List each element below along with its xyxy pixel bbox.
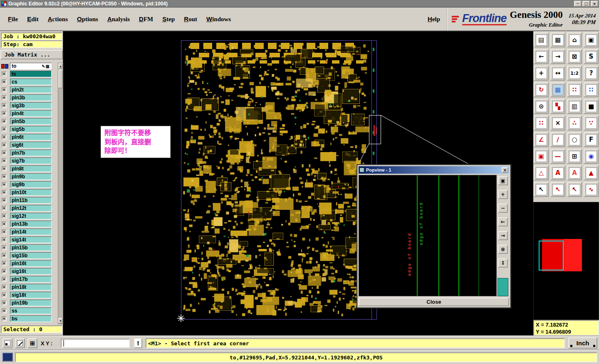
- layer-row-pln10t[interactable]: pln10t: [1, 189, 57, 196]
- layer-row-pln11b[interactable]: pln11b: [1, 197, 57, 204]
- fit-view-button[interactable]: ▣: [498, 176, 508, 185]
- layer-visibility-checkbox[interactable]: [2, 285, 7, 290]
- menu-item-rout[interactable]: Rout: [184, 15, 197, 23]
- layer-visibility-checkbox[interactable]: [2, 127, 7, 132]
- screen-refresh-button[interactable]: ▦: [550, 32, 565, 47]
- layer-label-pln3b[interactable]: pln3b: [10, 94, 52, 101]
- job-matrix-button[interactable]: Job Matrix ...: [0, 50, 63, 59]
- layer-row-pln8t[interactable]: pln8t: [1, 165, 57, 172]
- measure-diagonal-button[interactable]: [15, 338, 25, 348]
- pan-view-button[interactable]: ↔: [550, 66, 565, 81]
- popview-titlebar[interactable]: Popview - 1 ×: [359, 166, 509, 174]
- overview-navigator[interactable]: [533, 202, 599, 320]
- delete-x-button[interactable]: ×: [550, 116, 565, 130]
- layer-row-bs[interactable]: bs: [1, 315, 57, 322]
- layer-visibility-checkbox[interactable]: [2, 79, 7, 84]
- layer-label-sig16t[interactable]: sig16t: [10, 268, 52, 275]
- negative-layer-button[interactable]: ▚: [550, 99, 565, 114]
- layer-row-sig18t[interactable]: sig18t: [1, 292, 57, 298]
- layer-label-pln6t[interactable]: pln6t: [10, 134, 52, 140]
- layer-visibility-checkbox[interactable]: [2, 182, 7, 187]
- layer-visibility-checkbox[interactable]: [2, 300, 7, 305]
- layer-label-pln2t[interactable]: pln2t: [10, 86, 52, 93]
- layer-label-pln11b[interactable]: pln11b: [10, 197, 52, 204]
- triangle-outline-button[interactable]: △: [534, 165, 549, 180]
- pad-pattern-button[interactable]: ∷: [567, 82, 582, 97]
- layer-visibility-checkbox[interactable]: [2, 308, 7, 313]
- layer-visibility-checkbox[interactable]: [2, 277, 7, 282]
- layer-visibility-checkbox[interactable]: [2, 174, 7, 179]
- minimize-button[interactable]: ─: [574, 1, 582, 7]
- menu-item-step[interactable]: Step: [162, 15, 175, 23]
- select-pointer-n-button[interactable]: ↖: [550, 182, 565, 197]
- layer-row-pln9b[interactable]: pln9b: [1, 173, 57, 180]
- layer-row-pln3b[interactable]: pln3b: [1, 94, 57, 101]
- layer-row-sig14t[interactable]: sig14t: [1, 236, 57, 243]
- layer-label-sig3b[interactable]: sig3b: [10, 102, 52, 109]
- serpentine-button[interactable]: S: [584, 49, 599, 64]
- layer-visibility-checkbox[interactable]: [2, 245, 7, 250]
- menu-item-windows[interactable]: Windows: [206, 15, 231, 23]
- print-screen-button[interactable]: ▤: [534, 32, 549, 47]
- layer-visibility-checkbox[interactable]: [2, 198, 7, 203]
- layer-label-sig5b[interactable]: sig5b: [10, 126, 52, 133]
- layer-visibility-checkbox[interactable]: [2, 206, 7, 211]
- erase-segment-button[interactable]: —: [550, 149, 565, 164]
- draw-circle-button[interactable]: ○: [567, 132, 582, 147]
- layer-row-sig15b[interactable]: sig15b: [1, 252, 57, 259]
- layer-label-sig9b[interactable]: sig9b: [10, 181, 52, 188]
- zoom-in-window-button[interactable]: ←: [534, 49, 549, 64]
- menu-item-actions[interactable]: Actions: [48, 15, 68, 23]
- pan-right-button[interactable]: →: [498, 231, 508, 240]
- rect-marker-button[interactable]: ▣: [534, 149, 549, 164]
- layer-label-pln17b[interactable]: pln17b: [10, 276, 52, 283]
- layer-row-ts[interactable]: ts: [1, 71, 57, 77]
- layer-row-pln4t[interactable]: pln4t: [1, 110, 57, 117]
- layer-label-pln4t[interactable]: pln4t: [10, 110, 52, 117]
- text-a-outline-button[interactable]: A: [567, 165, 582, 180]
- context-help-button[interactable]: ?: [584, 66, 599, 81]
- popview-viewport[interactable]: edge of boardedge of board: [359, 175, 497, 296]
- rotate-selection-button[interactable]: ↻: [534, 82, 549, 97]
- layer-row-sig7b[interactable]: sig7b: [1, 157, 57, 164]
- layer-row-pln5b[interactable]: pln5b: [1, 118, 57, 125]
- filled-area-button[interactable]: ■: [584, 99, 599, 114]
- select-pointer-button[interactable]: ↖: [534, 182, 549, 197]
- center-view-button[interactable]: ⊕: [498, 245, 508, 254]
- layer-label-ts[interactable]: ts: [10, 71, 52, 77]
- layer-row-ss[interactable]: ss: [1, 307, 57, 314]
- layer-label-sig15b[interactable]: sig15b: [10, 252, 52, 259]
- layer-visibility-checkbox[interactable]: [2, 95, 7, 100]
- single-point-button[interactable]: ⊙: [534, 99, 549, 114]
- measure-ruler-button[interactable]: ▥: [567, 99, 582, 114]
- popview-close-button[interactable]: Close: [359, 298, 509, 306]
- navigator-view-rectangle[interactable]: [539, 241, 564, 271]
- layer-label-pln9b[interactable]: pln9b: [10, 173, 52, 180]
- layer-visibility-checkbox[interactable]: [2, 229, 7, 234]
- layer-label-cs[interactable]: cs: [10, 79, 52, 85]
- layer-row-to[interactable]: to✎▦: [1, 63, 57, 69]
- layer-row-sig3b[interactable]: sig3b: [1, 102, 57, 109]
- draw-line-button[interactable]: ∕: [550, 132, 565, 147]
- zoom-out-button[interactable]: −: [498, 204, 508, 213]
- layer-row-pln18t[interactable]: pln18t: [1, 284, 57, 290]
- layer-visibility-checkbox[interactable]: [2, 119, 7, 124]
- layer-row-sig12t[interactable]: sig12t: [1, 213, 57, 219]
- status-layer-button[interactable]: [2, 352, 13, 362]
- text-a-button[interactable]: A: [550, 165, 565, 180]
- grid-snap-button[interactable]: ▦: [550, 82, 565, 97]
- menu-item-edit[interactable]: Edit: [27, 15, 39, 23]
- layer-scrollbar[interactable]: ▲ ▼: [58, 63, 63, 324]
- add-rect-button[interactable]: ⊞: [567, 149, 582, 164]
- text-frame-button[interactable]: F: [584, 132, 599, 147]
- layer-row-pln7b[interactable]: pln7b: [1, 150, 57, 156]
- menu-item-analysis[interactable]: Analysis: [107, 15, 130, 23]
- maximize-button[interactable]: □: [582, 1, 590, 7]
- layer-visibility-checkbox[interactable]: [2, 87, 7, 92]
- layer-visibility-checkbox[interactable]: [2, 103, 7, 108]
- select-pointer-q-button[interactable]: ↖: [567, 182, 582, 197]
- layer-label-pln15b[interactable]: pln15b: [10, 244, 52, 251]
- layer-label-pln13b[interactable]: pln13b: [10, 221, 52, 227]
- layer-label-pln10t[interactable]: pln10t: [10, 189, 52, 196]
- layer-visibility-checkbox[interactable]: [2, 111, 7, 116]
